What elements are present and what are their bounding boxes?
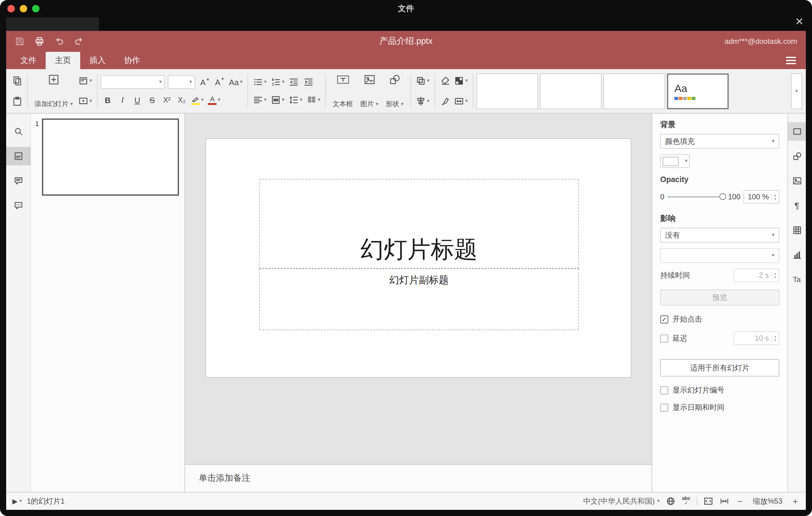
save-icon[interactable] [15,36,25,46]
slide-canvas[interactable]: 幻灯片标题 幻灯片副标题 [205,138,631,378]
slider-knob[interactable] [720,193,726,200]
font-size-select[interactable]: ▾ [168,75,195,89]
spinner-arrows-icon[interactable]: ▴▾ [771,271,779,279]
strikeout-button[interactable]: S [145,93,159,107]
print-icon[interactable] [34,36,45,46]
tab-insert[interactable]: 插入 [80,52,115,69]
start-slideshow-status-button[interactable]: ▶ ▾ [12,497,22,505]
divider [248,74,248,108]
horizontal-align-button[interactable]: ▾ [251,93,268,107]
title-placeholder[interactable]: 幻灯片标题 [259,179,579,268]
set-language-button[interactable] [666,496,676,506]
vertical-align-button[interactable]: ▾ [269,93,286,107]
start-on-click-checkbox[interactable]: ✓ [660,315,668,323]
tab-file[interactable]: 文件 [11,52,46,69]
comments-button[interactable] [6,172,31,190]
theme-tile-selected[interactable]: Aa [667,73,729,109]
tab-collaboration[interactable]: 协作 [115,52,149,69]
undo-icon[interactable] [54,36,64,46]
increase-indent-button[interactable] [302,75,316,89]
copy-style-button[interactable] [438,94,452,109]
spellcheck-button[interactable]: abc ✓ [682,496,691,506]
numbering-button[interactable]: ▾ [269,75,286,89]
duration-spinner[interactable]: 2 s ▴▾ [734,268,779,282]
paragraph-settings-tab[interactable]: ¶ [788,196,806,215]
search-button[interactable] [6,122,31,141]
increase-font-button[interactable]: A▴ [198,75,212,89]
superscript-button[interactable]: X² [160,93,174,107]
color-scheme-button[interactable]: ▾ [452,74,469,88]
delay-checkbox[interactable] [660,334,668,342]
spinner-arrows-icon[interactable]: ▴▾ [771,193,779,201]
fill-color-select[interactable]: ▾ [660,154,690,168]
insert-textbox-button[interactable]: 文本框 [329,72,357,110]
chart-settings-tab[interactable] [788,246,806,264]
theme-tile[interactable] [476,73,538,109]
tab-home[interactable]: 主页 [46,52,80,69]
theme-tile[interactable] [604,73,665,109]
font-name-select[interactable]: ▾ [100,75,165,89]
columns-button[interactable]: ▾ [305,93,322,107]
italic-button[interactable]: I [115,93,129,107]
zoom-out-button[interactable]: − [735,496,744,506]
maximize-window-button[interactable] [32,5,39,12]
table-settings-tab[interactable] [788,221,806,239]
change-case-button[interactable]: Aa▾ [227,75,244,89]
apply-to-all-button[interactable]: 适用于所有幻灯片 [660,359,779,376]
insert-image-button[interactable]: 图片▾ [357,72,382,110]
theme-gallery: Aa ▾ [476,72,802,110]
slide-layout-button[interactable]: ▾ [77,74,94,88]
align-shape-button[interactable]: ▾ [414,94,431,109]
highlight-color-button[interactable]: ▾ [190,93,205,107]
opacity-spinner[interactable]: 100 % ▴▾ [744,190,779,204]
show-date-time-checkbox[interactable] [660,404,668,412]
background-fill-select[interactable]: 颜色填充 ▾ [660,134,779,149]
bullets-button[interactable]: ▾ [251,75,268,89]
fit-slide-button[interactable] [703,496,713,506]
arrange-shape-button[interactable]: ▾ [414,74,431,88]
line-spacing-button[interactable]: ▾ [287,93,304,107]
clear-style-button[interactable] [438,74,452,88]
slide-thumbnail[interactable] [42,118,179,196]
spinner-arrows-icon[interactable]: ▴▾ [771,335,779,342]
copy-button[interactable] [10,74,24,88]
zoom-in-button[interactable]: + [791,496,800,506]
bold-button[interactable]: B [100,93,115,107]
close-window-button[interactable] [7,5,15,12]
image-settings-tab[interactable] [788,172,806,190]
redo-icon[interactable] [74,36,84,46]
transition-variant-select[interactable]: ▾ [660,248,779,263]
decrease-font-button[interactable]: A▾ [212,75,227,89]
slide-canvas-area[interactable]: 幻灯片标题 幻灯片副标题 [185,114,651,464]
shape-settings-tab[interactable] [788,147,806,165]
language-select[interactable]: 中文(中华人民共和国) ▾ [583,496,660,507]
notes-area[interactable]: 单击添加备注 [185,464,651,492]
slide-settings-tab[interactable] [788,122,806,141]
underline-button[interactable]: U [130,93,144,107]
preview-button[interactable]: 预览 [660,289,779,306]
theme-gallery-expand-button[interactable]: ▾ [791,73,802,109]
divider [97,74,97,108]
textart-settings-tab[interactable]: Ta [788,270,806,289]
show-slide-number-checkbox[interactable] [660,386,668,394]
subtitle-placeholder[interactable]: 幻灯片副标题 [259,268,579,330]
slide-size-button[interactable]: ▾ [452,94,469,109]
decrease-indent-button[interactable] [287,75,301,89]
fit-width-button[interactable] [720,496,729,506]
chat-button[interactable] [6,196,31,215]
insert-shape-button[interactable]: 形状▾ [382,72,407,110]
transition-select[interactable]: 没有 ▾ [660,228,779,242]
slides-panel-button[interactable] [6,147,31,165]
minimize-window-button[interactable] [20,5,27,12]
add-slide-button[interactable]: 添加幻灯片▾ [31,72,77,110]
slide-info: 1的幻灯片1 [27,496,65,507]
theme-tile[interactable] [540,73,602,109]
delay-spinner[interactable]: 10 s ▴▾ [734,332,779,345]
menu-button[interactable] [776,52,806,69]
paste-button[interactable] [10,94,24,109]
subscript-button[interactable]: X₂ [175,93,189,107]
opacity-slider[interactable] [667,196,725,198]
close-icon[interactable]: × [795,15,803,28]
start-slideshow-button[interactable]: ▾ [77,94,94,109]
font-color-button[interactable]: A ▾ [206,93,222,107]
